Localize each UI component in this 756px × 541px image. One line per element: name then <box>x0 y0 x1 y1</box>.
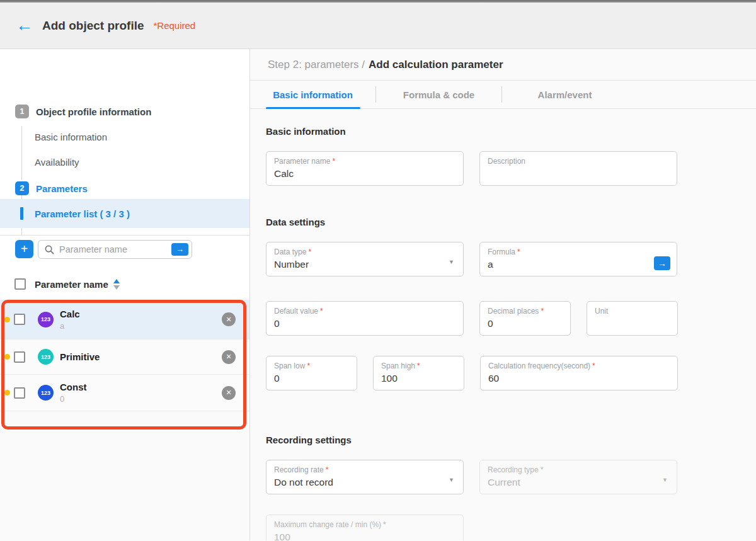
row-checkbox[interactable] <box>14 351 25 363</box>
dropdown-icon: ▼ <box>449 259 454 265</box>
field-label: Unit <box>595 307 608 316</box>
step-2-badge: 2 <box>15 181 29 195</box>
parameter-name-field[interactable]: Parameter name* Calc <box>266 151 464 186</box>
field-label: Data type <box>274 248 306 256</box>
active-tab-indicator <box>266 107 360 109</box>
unit-field[interactable]: Unit <box>587 301 678 336</box>
select-all-checkbox[interactable] <box>14 278 26 290</box>
recording-type-select: Recording type* Current ▼ <box>479 460 677 494</box>
formula-editor-button[interactable]: → <box>654 256 670 270</box>
default-value-field[interactable]: Default value* 0 <box>266 301 464 336</box>
breadcrumb-prefix: Step 2: parameters / <box>268 59 365 71</box>
parameter-title: Calc <box>60 309 80 319</box>
data-type-select[interactable]: Data type* Number ▼ <box>266 242 464 276</box>
required-asterisk: * <box>320 307 323 316</box>
status-dot-icon <box>4 390 10 396</box>
tab-label: Formula & code <box>403 89 474 100</box>
required-asterisk: * <box>383 520 386 529</box>
row-checkbox[interactable] <box>14 314 25 325</box>
field-label: Formula <box>488 248 515 256</box>
parameter-list-header: Parameter name <box>0 273 249 295</box>
max-change-rate-field: Maximum change rate / min (%)* 100 <box>266 515 464 540</box>
parameter-list-label: Parameter list ( 3 / 3 ) <box>35 208 130 219</box>
delete-parameter-button[interactable]: ✕ <box>222 386 236 400</box>
sort-icon[interactable] <box>113 279 120 290</box>
sort-asc-icon <box>113 279 120 283</box>
required-asterisk: * <box>326 465 329 474</box>
step-object-profile-information[interactable]: 1 Object profile information <box>15 105 151 118</box>
parameter-search-box[interactable]: → <box>38 240 192 259</box>
parameter-row-primitive[interactable]: 123 Primitive ✕ <box>0 339 249 375</box>
dropdown-icon: ▼ <box>662 477 668 483</box>
breadcrumb-current: Add calculation parameter <box>369 59 503 71</box>
tab-alarm-event[interactable]: Alarm/event <box>502 81 627 108</box>
section-title-basic-information: Basic information <box>266 126 756 137</box>
required-asterisk: * <box>308 248 311 256</box>
number-type-icon: 123 <box>38 385 54 401</box>
tab-bar: Basic information Formula & code Alarm/e… <box>250 81 756 109</box>
field-value: Number <box>274 259 455 270</box>
step-1-badge: 1 <box>15 105 29 118</box>
field-value: Do not record <box>274 477 455 488</box>
required-note: *Required <box>154 20 196 31</box>
required-asterisk: * <box>517 248 520 256</box>
section-title-data-settings: Data settings <box>266 217 756 227</box>
search-submit-button[interactable]: → <box>171 243 188 256</box>
field-value: 0 <box>488 318 563 329</box>
field-label: Recording type <box>488 465 539 474</box>
parameter-subtitle: 0 <box>60 394 87 404</box>
calculation-frequency-field[interactable]: Calculation frequency(second)* 60 <box>480 356 678 390</box>
required-asterisk: * <box>541 307 544 316</box>
sidebar-empty-area <box>0 428 249 540</box>
field-label: Recording rate <box>274 465 324 474</box>
description-field[interactable]: Description <box>479 151 677 186</box>
delete-parameter-button[interactable]: ✕ <box>222 350 236 364</box>
parameter-row-calc[interactable]: 123 Calc a ✕ <box>0 300 249 339</box>
span-low-field[interactable]: Span low* 0 <box>266 356 357 390</box>
number-type-icon: 123 <box>38 312 54 327</box>
search-icon <box>45 245 54 254</box>
parameter-row-const[interactable]: 123 Const 0 ✕ <box>0 375 249 411</box>
step-parameters[interactable]: 2 Parameters <box>15 181 88 195</box>
span-high-field[interactable]: Span high* 100 <box>373 356 464 390</box>
section-title-recording-settings: Recording settings <box>266 435 756 445</box>
field-value: 60 <box>488 373 670 384</box>
main-panel: Step 2: parameters / Add calculation par… <box>250 49 756 540</box>
field-value: 100 <box>274 532 455 540</box>
parameter-list: 123 Calc a ✕ 123 Primitive ✕ <box>0 300 249 424</box>
field-label: Description <box>488 157 525 166</box>
status-dot-icon <box>4 317 10 322</box>
app-header: ← Add object profile *Required <box>0 3 756 49</box>
tab-formula-code[interactable]: Formula & code <box>376 81 501 108</box>
parameter-subtitle: a <box>60 321 80 331</box>
active-item-indicator <box>20 207 23 220</box>
sidebar-item-availability[interactable]: Availability <box>35 157 79 168</box>
formula-field[interactable]: Formula* a → <box>479 242 677 276</box>
field-value: 100 <box>381 373 456 384</box>
tab-basic-information[interactable]: Basic information <box>250 81 375 108</box>
field-label: Span low <box>274 362 305 370</box>
add-parameter-button[interactable]: + <box>15 240 33 258</box>
sidebar-item-basic-information[interactable]: Basic information <box>35 132 107 142</box>
tab-label: Alarm/event <box>538 89 592 100</box>
required-asterisk: * <box>592 362 595 370</box>
field-label: Parameter name <box>274 157 330 166</box>
field-label: Decimal places <box>488 307 539 316</box>
decimal-places-field[interactable]: Decimal places* 0 <box>479 301 571 336</box>
tab-label: Basic information <box>273 89 353 100</box>
required-asterisk: * <box>332 157 335 166</box>
empty-list-row <box>0 411 249 424</box>
row-checkbox[interactable] <box>14 387 25 399</box>
field-value: a <box>488 259 669 270</box>
recording-rate-select[interactable]: Recording rate* Do not record ▼ <box>266 460 464 494</box>
sidebar-item-parameter-list[interactable]: Parameter list ( 3 / 3 ) <box>0 199 249 228</box>
stepper-connector-line <box>21 126 22 180</box>
field-value: Calc <box>274 168 455 179</box>
back-arrow-icon[interactable]: ← <box>16 17 33 34</box>
parameter-title: Const <box>60 382 87 392</box>
delete-parameter-button[interactable]: ✕ <box>222 312 236 326</box>
search-input[interactable] <box>59 244 171 254</box>
field-label: Default value <box>274 307 318 316</box>
required-asterisk: * <box>307 362 310 370</box>
field-label: Span high <box>381 362 415 370</box>
